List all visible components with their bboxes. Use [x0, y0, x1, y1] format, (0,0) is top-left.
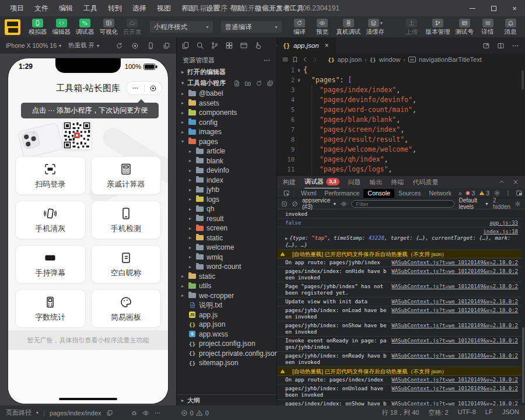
panel-tab-输出[interactable]: 输出 — [370, 176, 383, 188]
code-line[interactable]: 11 "pages/logs/logs", — [277, 164, 520, 174]
exit-target-button[interactable] — [145, 85, 162, 92]
toolbar-button-compile[interactable]: 编译 — [290, 19, 310, 36]
toolbar-button-simulator[interactable]: 模拟器 — [27, 19, 48, 36]
page-path-label[interactable]: 页面路径 — [6, 408, 32, 417]
tree-item[interactable]: {}app.json — [177, 320, 276, 330]
tree-item[interactable]: ▸static — [177, 233, 276, 243]
tree-item[interactable]: ▸index — [177, 176, 276, 186]
tree-item[interactable]: ▸assets — [177, 99, 276, 108]
menu-item[interactable]: 选择 — [127, 0, 152, 16]
activity-files-icon[interactable] — [181, 41, 190, 50]
project-section[interactable]: ▾工具箱小程序 — [177, 78, 276, 89]
close-button[interactable]: × — [504, 0, 525, 16]
bookmark-icon[interactable] — [292, 56, 299, 63]
more-tabs-button[interactable]: » — [456, 190, 465, 197]
breadcrumb-segment[interactable]: navigationBarTitleText — [419, 56, 482, 63]
code-area[interactable]: 1∨{2∨ "pages": [3 "pages/index/index",4 … — [277, 65, 520, 175]
close-tab-icon[interactable]: × — [325, 41, 329, 50]
minimize-button[interactable] — [462, 0, 483, 16]
toolbar-button-visualization[interactable]: 可视化 — [99, 19, 120, 36]
devtools-tab-sources[interactable]: Sources — [394, 189, 425, 198]
tree-item[interactable]: 说明.txt — [177, 300, 276, 310]
status-segment[interactable]: 空格: 2 — [428, 408, 448, 417]
clear-console-icon[interactable] — [292, 201, 298, 207]
status-segment[interactable]: UTF-8 — [458, 408, 476, 417]
simulator-phone-icon[interactable] — [147, 42, 155, 50]
toolbar-button-details[interactable]: 详情 — [478, 19, 498, 36]
error-count[interactable]: 3 — [465, 190, 475, 197]
devtools-settings-icon[interactable] — [494, 190, 501, 197]
arrow-right-icon[interactable] — [312, 56, 318, 63]
source-link[interactable]: WASubContext.js?t=we_10120149&v=2.18.0:2 — [391, 284, 518, 290]
tree-item[interactable]: ▸logs — [177, 195, 276, 205]
menu-item[interactable]: 项目 — [5, 0, 29, 16]
code-line[interactable]: 7 "pages/screen/index", — [277, 125, 520, 135]
preview-open-icon[interactable] — [482, 42, 490, 50]
code-line[interactable]: 9 "pages/welcome/welcome", — [277, 145, 520, 155]
app-card[interactable]: 手机检测 — [91, 201, 162, 239]
toolbar-button-cloud-dev[interactable]: 云开发 — [122, 19, 143, 36]
status-segment[interactable]: 行 18，列 40 — [382, 408, 419, 417]
source-link[interactable]: WASubContext.js?t=we_10120149&v=2.18.0:2 — [391, 401, 518, 406]
source-link[interactable]: WASubContext.js?t=we_10120149&v=2.18.0:2 — [391, 386, 518, 392]
tree-item[interactable]: ▸blank — [177, 156, 276, 166]
menu-item[interactable]: 工具 — [78, 0, 103, 16]
tree-item[interactable]: ▸@babel — [177, 89, 276, 99]
close-panel-icon[interactable] — [512, 178, 519, 186]
fold-icon[interactable]: ∨ — [295, 75, 303, 85]
log-levels-select[interactable]: Default levels▼ — [459, 197, 489, 210]
code-line[interactable]: 1∨{ — [277, 65, 520, 75]
status-segment[interactable]: LF — [485, 408, 493, 417]
expand-icon[interactable]: ▶ — [285, 236, 288, 241]
tree-item[interactable]: ▸jyhb — [177, 185, 276, 195]
source-link[interactable]: WASubContext.js?t=we_10120149&v=2.18.0:2 — [391, 268, 518, 275]
new-folder-icon[interactable] — [244, 80, 251, 87]
toolbar-button-preview[interactable]: 预览 — [313, 19, 332, 36]
source-link[interactable]: WASubContext.js?t=we_10120149&v=2.18.0:2 — [391, 338, 518, 344]
refresh-icon[interactable] — [256, 80, 262, 87]
tree-item[interactable]: ▸wmlq — [177, 253, 276, 262]
source-link[interactable]: index.js:18 — [483, 229, 518, 235]
context-select[interactable]: appservice (#3)▼ — [302, 197, 337, 210]
panel-tab-问题[interactable]: 问题 — [348, 176, 361, 188]
activity-pointer-icon[interactable] — [254, 41, 262, 50]
app-card[interactable]: 简易画板 — [91, 289, 162, 328]
code-line[interactable]: 2∨ "pages": [ — [277, 75, 520, 85]
compile-mode-select[interactable]: 普通编译▾ — [221, 21, 282, 33]
split-icon[interactable] — [497, 42, 505, 50]
breadcrumb-segment[interactable]: app.json — [337, 56, 362, 63]
toolbar-button-debugger[interactable]: 调试器 — [75, 19, 96, 36]
console-filter-input[interactable] — [351, 200, 454, 208]
devtools-menu-icon[interactable] — [505, 190, 512, 197]
eval-context-icon[interactable] — [281, 201, 288, 207]
code-line[interactable]: 3 "pages/index/index", — [277, 85, 520, 95]
more-menu-button[interactable] — [127, 85, 144, 92]
panel-tab-调试器[interactable]: 调试器3,3 — [304, 176, 340, 188]
source-link[interactable]: app.js:33 — [489, 220, 518, 226]
hot-reload-toggle[interactable]: 热重载 开▾ — [68, 41, 99, 50]
app-card[interactable]: 字数统计 — [15, 289, 86, 328]
tree-item[interactable]: ▸config — [177, 118, 276, 128]
maximize-button[interactable] — [483, 0, 504, 16]
panel-tab-构建[interactable]: 构建 — [283, 176, 296, 188]
devtools-tab-performance[interactable]: Performance — [320, 189, 363, 198]
devtools-tab-network[interactable]: Network — [425, 189, 456, 198]
app-card[interactable]: 手机清灰 — [15, 201, 86, 239]
menu-item[interactable]: 文件 — [29, 0, 54, 16]
toolbar-button-upload[interactable]: 上传 — [402, 19, 422, 36]
console-object-preview[interactable]: ▶{type: "tap", timeStamp: 43228, target:… — [285, 235, 518, 249]
tree-item[interactable]: ▸article — [177, 146, 276, 156]
console-settings-icon[interactable] — [514, 201, 521, 207]
collapse-panel-icon[interactable] — [498, 178, 505, 186]
activity-git-icon[interactable] — [211, 41, 219, 50]
device-select[interactable]: iPhone X 100% 16▾ — [6, 42, 61, 49]
more-icon[interactable] — [154, 410, 161, 416]
tree-item[interactable]: ▸word-count — [177, 262, 276, 272]
tree-item[interactable]: {}project.private.config.json — [177, 349, 276, 359]
simulator-record-icon[interactable] — [131, 42, 139, 50]
tab-app-json[interactable]: {} app.json × — [277, 37, 335, 54]
toolbar-button-test-account[interactable]: 测试号 — [454, 19, 475, 36]
tree-item[interactable]: ▸components — [177, 108, 276, 118]
toolbar-button-messages[interactable]: 消息 — [501, 19, 520, 36]
tree-item[interactable]: ▸qh — [177, 204, 276, 214]
